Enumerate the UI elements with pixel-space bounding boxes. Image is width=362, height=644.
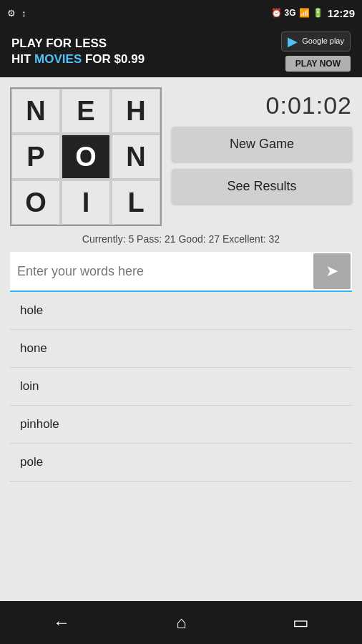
grid-cell-4[interactable]: O (62, 135, 110, 179)
time-display: 12:29 (328, 7, 355, 19)
grid-cell-0[interactable]: N (11, 89, 60, 133)
word-input[interactable] (10, 255, 312, 288)
timer-display: 0:01:02 (172, 92, 352, 119)
play-now-button[interactable]: PLAY NOW (285, 56, 351, 72)
word-item-1: hone (10, 330, 352, 368)
submit-arrow-icon: ➤ (326, 262, 338, 280)
word-item-4: pole (10, 444, 352, 482)
top-section: NEHPONOIL 0:01:02 New Game See Results (10, 87, 352, 226)
back-button[interactable]: ← (39, 605, 84, 640)
word-list: holehoneloinpinholepole (10, 292, 352, 482)
ad-right: ▶ Google play PLAY NOW (281, 31, 351, 72)
new-game-button[interactable]: New Game (172, 127, 352, 162)
word-item-0: hole (10, 292, 352, 330)
status-right: ⏰ 3G 📶 🔋 12:29 (271, 7, 355, 19)
grid-cell-6[interactable]: O (11, 180, 60, 225)
stats-row: Currently: 5 Pass: 21 Good: 27 Excellent… (10, 233, 352, 245)
wifi-icon: 📶 (299, 8, 310, 18)
word-item-3: pinhole (10, 406, 352, 444)
grid-cell-3[interactable]: P (11, 135, 60, 179)
nav-bar: ← ⌂ ▭ (0, 601, 362, 644)
settings-icon: ⚙ (7, 8, 16, 19)
ad-line1: PLAY FOR LESS (11, 36, 145, 52)
signal-icon: 3G (285, 8, 296, 18)
grid-cell-7[interactable]: I (62, 180, 110, 225)
google-play-badge: ▶ Google play (281, 31, 351, 52)
grid-cell-5[interactable]: N (112, 135, 160, 179)
usb-icon: ↕ (21, 8, 26, 19)
grid-cell-2[interactable]: H (112, 89, 160, 133)
word-input-area[interactable]: ➤ (10, 252, 352, 292)
battery-icon: 🔋 (313, 8, 323, 18)
alarm-icon: ⏰ (271, 8, 282, 18)
home-button[interactable]: ⌂ (162, 605, 201, 640)
letter-grid: NEHPONOIL (10, 87, 162, 226)
see-results-button[interactable]: See Results (172, 169, 352, 204)
google-play-icon: ▶ (288, 34, 298, 49)
grid-cell-8[interactable]: L (112, 180, 160, 225)
ad-banner: PLAY FOR LESS HIT MOVIES FOR $0.99 ▶ Goo… (0, 26, 362, 77)
grid-cell-1[interactable]: E (62, 89, 110, 133)
main-content: NEHPONOIL 0:01:02 New Game See Results C… (0, 77, 362, 482)
recents-button[interactable]: ▭ (278, 605, 323, 640)
status-left-icons: ⚙ ↕ (7, 8, 26, 19)
word-item-2: loin (10, 368, 352, 406)
stats-text: Currently: 5 Pass: 21 Good: 27 Excellent… (82, 233, 280, 245)
right-controls: 0:01:02 New Game See Results (172, 87, 352, 204)
submit-word-button[interactable]: ➤ (313, 253, 351, 289)
ad-line2: HIT MOVIES FOR $0.99 (11, 52, 145, 67)
network-icons: ⏰ 3G 📶 🔋 (271, 8, 323, 18)
status-bar: ⚙ ↕ ⏰ 3G 📶 🔋 12:29 (0, 0, 362, 26)
ad-text: PLAY FOR LESS HIT MOVIES FOR $0.99 (11, 36, 145, 67)
google-play-text: Google play (302, 36, 344, 46)
